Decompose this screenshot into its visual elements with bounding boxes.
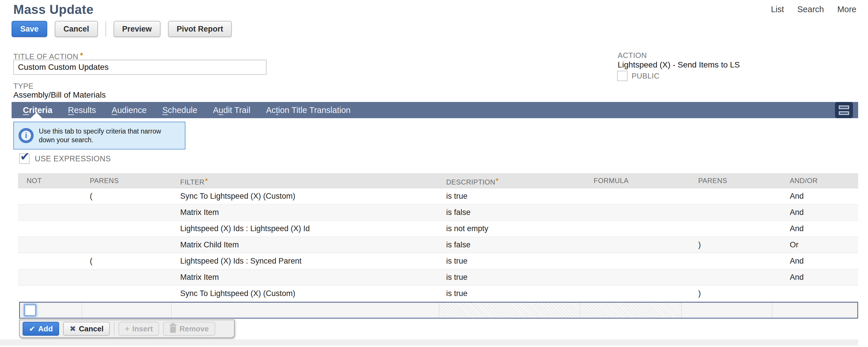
criteria-row-5[interactable]: (Lightspeed (X) Ids : Synced Parentis tr… [18, 253, 858, 270]
cell-formula [580, 286, 682, 302]
cell-parens_open: ( [81, 188, 171, 204]
list-view-toggle-button[interactable] [835, 102, 853, 118]
cell-andor: And [773, 221, 858, 236]
column-header-parens: PARENS [682, 173, 773, 188]
cell-filter: Matrix Child Item [171, 237, 439, 253]
cell-formula [580, 188, 682, 204]
tab-audience[interactable]: Audience [104, 105, 154, 115]
column-header-filter: FILTER* [171, 173, 439, 188]
tab-action-title-translation[interactable]: Action Title Translation [258, 105, 359, 115]
cell-not [18, 188, 81, 204]
edit-row-not-checkbox[interactable] [25, 305, 36, 316]
criteria-row-7[interactable]: Sync To Lightspeed (X) (Custom)is true) [18, 286, 858, 302]
cell-not [18, 286, 81, 302]
cell-filter: Lightspeed (X) Ids : Lightspeed (X) Id [171, 221, 439, 236]
cell-formula [580, 237, 682, 253]
action-label: ACTION [618, 51, 647, 60]
cancel-line-button[interactable]: ✖ Cancel [63, 322, 110, 336]
checkmark-icon: ✔ [20, 151, 30, 162]
cell-description: is false [439, 237, 580, 253]
remove-line-button[interactable]: Remove [163, 322, 215, 336]
preview-button[interactable]: Preview [114, 21, 160, 37]
bottom-strip [0, 340, 858, 346]
tab-audit-trail[interactable]: Audit Trail [205, 105, 258, 115]
use-expressions-field: ✔ USE EXPRESSIONS [19, 154, 111, 164]
criteria-edit-row [19, 302, 858, 319]
column-header-not: NOT [18, 173, 81, 188]
criteria-row-2[interactable]: Matrix Itemis falseAnd [18, 204, 858, 221]
cell-not [18, 204, 81, 220]
cell-filter: Sync To Lightspeed (X) (Custom) [171, 188, 439, 204]
nav-link-list[interactable]: List [771, 5, 784, 14]
use-expressions-label: USE EXPRESSIONS [35, 154, 111, 163]
cell-description: is not empty [439, 221, 580, 236]
toolbar-divider [114, 322, 115, 336]
column-header-parens: PARENS [81, 173, 171, 188]
tab-results[interactable]: Results [60, 105, 104, 115]
remove-line-label: Remove [179, 324, 209, 334]
insert-line-button[interactable]: + Insert [119, 322, 159, 336]
main-toolbar: Save Cancel Preview Pivot Report [11, 21, 232, 37]
close-icon: ✖ [69, 325, 76, 333]
cell-parens_close [682, 253, 773, 269]
cell-filter: Matrix Item [171, 270, 439, 285]
nav-link-more[interactable]: More [837, 5, 857, 14]
cancel-button[interactable]: Cancel [55, 21, 98, 37]
criteria-info-box: i Use this tab to specify criteria that … [13, 122, 185, 150]
edit-cell-parens_close[interactable] [682, 303, 772, 318]
cell-filter: Lightspeed (X) Ids : Synced Parent [171, 253, 439, 269]
type-label: TYPE [13, 82, 34, 91]
required-asterisk: * [80, 51, 83, 60]
tab-schedule[interactable]: Schedule [154, 105, 205, 115]
save-button[interactable]: Save [11, 21, 47, 37]
edit-cell-not[interactable] [20, 303, 82, 318]
tab-list: CriteriaResultsAudienceScheduleAudit Tra… [15, 105, 359, 115]
cell-parens_close [682, 188, 773, 204]
add-line-button[interactable]: ✔ Add [23, 322, 59, 336]
cell-formula [580, 253, 682, 269]
list-view-icon [839, 105, 849, 109]
cell-parens_open [81, 270, 171, 285]
cell-not [18, 237, 81, 253]
cell-not [18, 270, 81, 285]
cell-parens_open [81, 237, 171, 253]
cell-andor: And [773, 204, 858, 220]
top-nav: ListSearchMore [771, 5, 857, 14]
criteria-row-6[interactable]: Matrix Itemis trueAnd [18, 270, 858, 286]
type-value: Assembly/Bill of Materials [13, 90, 106, 100]
criteria-row-4[interactable]: Matrix Child Itemis false)Or [18, 237, 858, 253]
cell-not [18, 221, 81, 236]
nav-link-search[interactable]: Search [797, 5, 824, 14]
cell-description: is true [439, 286, 580, 302]
cell-parens_open: ( [81, 253, 171, 269]
page-title: Mass Update [13, 2, 94, 17]
column-header-and-or: AND/OR [773, 173, 858, 188]
cell-andor: Or [773, 237, 858, 253]
title-of-action-input[interactable] [13, 60, 267, 75]
line-edit-toolbar: ✔ Add ✖ Cancel + Insert Remove [19, 319, 235, 338]
cell-andor: And [773, 188, 858, 204]
public-checkbox[interactable] [617, 71, 627, 81]
public-label: PUBLIC [631, 71, 659, 81]
edit-cell-formula [580, 303, 682, 318]
toolbar-divider [105, 22, 106, 36]
tab-bar: CriteriaResultsAudienceScheduleAudit Tra… [11, 102, 858, 118]
use-expressions-checkbox[interactable]: ✔ [19, 154, 30, 164]
pivot-report-button[interactable]: Pivot Report [168, 21, 232, 37]
criteria-table: NOTPARENSFILTER*DESCRIPTION*FORMULAPAREN… [18, 173, 858, 302]
cell-description: is true [439, 270, 580, 285]
cell-filter: Matrix Item [171, 204, 439, 220]
edit-cell-parens_open[interactable] [82, 303, 172, 318]
info-box-text: Use this tab to specify criteria that na… [39, 127, 169, 144]
edit-cell-andor[interactable] [772, 303, 857, 318]
cell-parens_close: ) [682, 237, 773, 253]
column-header-description: DESCRIPTION* [439, 173, 580, 188]
criteria-row-1[interactable]: (Sync To Lightspeed (X) (Custom)is trueA… [18, 188, 858, 204]
edit-cell-filter[interactable] [172, 303, 439, 318]
check-icon: ✔ [29, 325, 35, 333]
cell-description: is true [439, 253, 580, 269]
cell-formula [580, 270, 682, 285]
cell-formula [580, 221, 682, 236]
criteria-row-3[interactable]: Lightspeed (X) Ids : Lightspeed (X) Idis… [18, 221, 858, 237]
cancel-line-label: Cancel [79, 324, 103, 334]
